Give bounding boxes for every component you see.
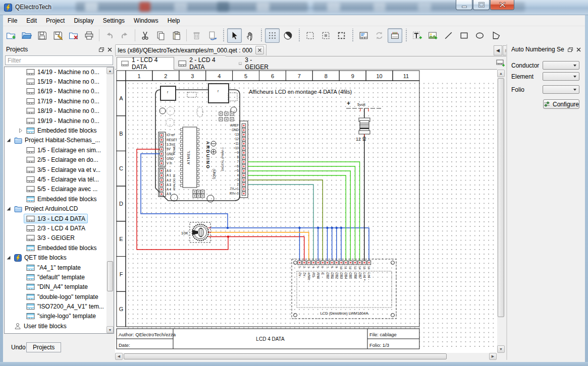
- tree-item[interactable]: "A4_1" template: [5, 263, 114, 272]
- toolbar-handle[interactable]: [260, 29, 262, 42]
- collapse-arrow-icon[interactable]: [6, 138, 12, 143]
- tree-item[interactable]: Project ArduinoLCD: [5, 204, 114, 213]
- select-area-icon[interactable]: [303, 28, 317, 43]
- tree-item[interactable]: 1/5 - Eclairage en sim...: [5, 145, 114, 155]
- canvas-hscrollbar-thumb[interactable]: [124, 353, 447, 359]
- open-project-icon[interactable]: [19, 28, 34, 43]
- redo-icon[interactable]: [118, 28, 132, 43]
- add-image-icon[interactable]: [425, 28, 440, 43]
- folio-tab[interactable]: 2 - LCD 4 DATA: [174, 57, 235, 69]
- tree-item[interactable]: "single-logo" template: [5, 312, 114, 321]
- pan-mode-icon[interactable]: [243, 28, 257, 43]
- expand-arrow-icon[interactable]: [18, 128, 24, 133]
- tree-item-body[interactable]: 1/5 - Eclairage en sim...: [24, 145, 103, 155]
- tree-item-body[interactable]: 16/19 - Machine no 0...: [24, 87, 102, 96]
- menu-file[interactable]: File: [3, 16, 22, 26]
- tree-item[interactable]: User title blocks: [5, 321, 114, 331]
- folio-tab[interactable]: 1 - LCD 4 DATA: [117, 57, 174, 70]
- document-tab[interactable]: 000 : C:/Program Files (x86)/QElectroTec…: [115, 44, 266, 55]
- title-bar[interactable]: QElectroTech: [0, 0, 588, 15]
- tree-item-body[interactable]: "A4_1" template: [24, 263, 83, 272]
- tree-item[interactable]: 15/19 - Machine no 0...: [5, 77, 114, 86]
- tree-item[interactable]: 17/19 - Machine no 0...: [5, 96, 114, 106]
- filter-input[interactable]: [5, 55, 113, 65]
- minimize-button[interactable]: [456, 0, 472, 10]
- close-panel-icon[interactable]: [576, 47, 581, 52]
- configure-button[interactable]: Configure: [543, 99, 579, 109]
- tree-item-body[interactable]: 17/19 - Machine no 0...: [24, 96, 102, 106]
- tree-scrollbar-thumb[interactable]: [107, 261, 113, 291]
- tree-item-body[interactable]: Embedded title blocks: [24, 243, 99, 253]
- tree-item[interactable]: 14/19 - Machine no 0...: [5, 67, 114, 77]
- conductor-default-icon[interactable]: [388, 28, 402, 43]
- menu-windows[interactable]: Windows: [129, 16, 163, 26]
- collapse-arrow-icon[interactable]: [6, 255, 12, 260]
- tree-item[interactable]: Embedded title blocks: [5, 126, 114, 135]
- scroll-up-icon[interactable]: ▲: [497, 70, 505, 77]
- toolbar-handle[interactable]: [222, 29, 225, 42]
- tree-item-body[interactable]: 19/19 - Machine no 0...: [24, 116, 102, 126]
- title-block[interactable]: Author: QElectroTech/ezza Date: LCD 4 DA…: [117, 329, 419, 349]
- paste-icon[interactable]: [169, 28, 184, 43]
- new-project-icon[interactable]: [4, 28, 18, 43]
- menu-settings[interactable]: Settings: [98, 16, 129, 26]
- tree-item-body[interactable]: "single-logo" template: [24, 312, 98, 321]
- scroll-down-icon[interactable]: ▼: [497, 345, 505, 353]
- schematic-canvas[interactable]: 1234567891011ABCDEFG Afficheurs LCD en m…: [115, 70, 497, 353]
- tree-item[interactable]: 2/3 - LCD 4 DATA: [5, 223, 114, 233]
- tree-item-body[interactable]: Project ArduinoLCD: [12, 204, 80, 214]
- tree-item[interactable]: Embedded title blocks: [5, 243, 114, 253]
- tree-item[interactable]: "DIN_A4" template: [5, 282, 114, 292]
- canvas-vscrollbar[interactable]: ▲ ▼: [497, 70, 505, 353]
- tree-item-body[interactable]: Embedded title blocks: [24, 126, 99, 136]
- tree-item[interactable]: Embedded title blocks: [5, 194, 114, 204]
- conductor-dropdown[interactable]: [543, 61, 579, 70]
- tree-scrollbar[interactable]: ▲ ▼: [106, 67, 114, 333]
- menu-edit[interactable]: Edit: [22, 16, 41, 26]
- grid-icon[interactable]: [265, 28, 280, 43]
- dock-tab-projects[interactable]: Projects: [26, 342, 61, 352]
- toolbar-handle[interactable]: [351, 29, 354, 42]
- tree-item[interactable]: "default" template: [5, 272, 114, 282]
- tree-item[interactable]: QET title blocks: [5, 253, 114, 262]
- toolbar-handle[interactable]: [298, 29, 300, 42]
- tree-item-body[interactable]: "ISO7200_A4_V1" tem...: [24, 302, 106, 312]
- tree-item[interactable]: 4/5 - Eclairage via tél...: [5, 174, 114, 184]
- collapse-arrow-icon[interactable]: [6, 206, 12, 211]
- folio-dropdown[interactable]: [543, 85, 579, 94]
- close-panel-icon[interactable]: [108, 47, 112, 52]
- tree-item-body[interactable]: 2/3 - LCD 4 DATA: [24, 223, 88, 233]
- close-button[interactable]: [490, 0, 514, 10]
- tree-item-body[interactable]: 5/5 - Eclairage avec ...: [24, 185, 100, 194]
- float-panel-icon[interactable]: [568, 47, 573, 52]
- folio-list-icon[interactable]: [356, 28, 371, 43]
- tree-item[interactable]: 2/5 - Eclairage en do...: [5, 155, 114, 165]
- paste-special-icon[interactable]: [205, 28, 220, 43]
- tree-item[interactable]: 18/19 - Machine no 0...: [5, 106, 114, 116]
- tree-item-body[interactable]: 4/5 - Eclairage via tél...: [24, 174, 101, 184]
- menu-display[interactable]: Display: [69, 16, 98, 26]
- add-text-icon[interactable]: [410, 28, 424, 43]
- tree-item-body[interactable]: 18/19 - Machine no 0...: [24, 106, 102, 116]
- tree-item[interactable]: 19/19 - Machine no 0...: [5, 116, 114, 126]
- canvas-hscrollbar[interactable]: ◀ ▶: [115, 353, 505, 360]
- tree-item[interactable]: Project Habitat-Schemas_...: [5, 136, 114, 145]
- tab-close-icon[interactable]: [255, 46, 264, 54]
- folio-tab[interactable]: 3 - GEIGER: [235, 57, 273, 69]
- display-color-icon[interactable]: [281, 28, 295, 43]
- tree-item[interactable]: "double-logo" template: [5, 292, 114, 301]
- tree-item-body[interactable]: 14/19 - Machine no 0...: [24, 67, 102, 77]
- select-mode-icon[interactable]: [227, 28, 242, 43]
- add-rectangle-icon[interactable]: [457, 28, 471, 43]
- toolbar-handle[interactable]: [405, 29, 407, 42]
- tree-item-body[interactable]: QET title blocks: [12, 253, 69, 263]
- tree-item-body[interactable]: "default" template: [24, 272, 87, 282]
- float-panel-icon[interactable]: [99, 47, 104, 52]
- rotate-icon[interactable]: [372, 28, 387, 43]
- tab-scroll-left-icon[interactable]: ◀: [494, 45, 502, 55]
- tree-item-body[interactable]: User title blocks: [12, 321, 69, 331]
- add-polygon-icon[interactable]: [488, 28, 503, 43]
- copy-icon[interactable]: [153, 28, 168, 43]
- tree-item-body[interactable]: 3/3 - GEIGER: [24, 233, 77, 243]
- print-icon[interactable]: [82, 28, 96, 43]
